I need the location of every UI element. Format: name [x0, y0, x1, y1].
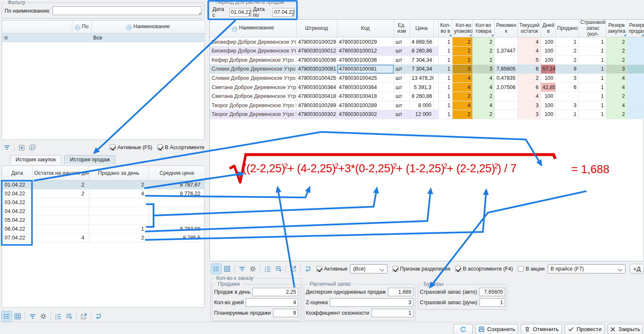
product-cell[interactable]: 1 [578, 65, 606, 74]
history-row[interactable]: 07.04.22428 785,5 [2, 233, 205, 242]
product-cell[interactable]: Сливки Доброе Деревенское Утро [210, 74, 296, 83]
promo-checkbox-row[interactable]: В акции [518, 266, 544, 272]
product-cell[interactable] [627, 37, 644, 47]
product-cell[interactable]: Творог Доброе Деревенское Утро 5 [210, 110, 296, 119]
product-cell[interactable]: 1 [438, 92, 452, 101]
promo-checkbox[interactable] [518, 266, 524, 272]
products-header-col12[interactable]: Продано [555, 20, 578, 37]
tree-row-all[interactable]: ⊕ Все [2, 33, 205, 42]
product-cell[interactable]: 7 304,34 [410, 65, 433, 74]
product-cell[interactable]: 3 [517, 101, 541, 110]
product-cell[interactable]: Биокефир Доброе Деревенское Утр [210, 37, 296, 47]
product-cell[interactable]: шт [394, 83, 410, 92]
product-cell[interactable]: 1 [578, 92, 606, 101]
active-scope-select[interactable]: (Все) [350, 264, 387, 274]
product-cell[interactable]: 4780030100425 [296, 74, 337, 83]
product-cell[interactable] [555, 92, 578, 101]
filter-icon[interactable] [2, 142, 12, 153]
history-cell[interactable]: 01.04.22 [2, 180, 32, 189]
price-list-select[interactable]: В прайсе (F7) [548, 264, 626, 274]
add-list-icon[interactable] [64, 311, 74, 321]
history-cell[interactable]: 1 [89, 224, 148, 233]
product-cell[interactable]: 3 [555, 101, 578, 110]
product-cell[interactable]: 8 260,86 [410, 46, 433, 55]
product-cell[interactable]: 2,07506 [494, 83, 517, 92]
product-cell[interactable]: 4 [606, 74, 627, 83]
product-cell[interactable]: 1 [438, 55, 452, 65]
product-cell[interactable]: шт [394, 92, 410, 101]
product-cell[interactable]: 6 [517, 83, 541, 92]
history-header-open-stock[interactable]: Остаток на начало дня [32, 166, 89, 180]
product-cell[interactable]: 3 [452, 65, 472, 74]
product-cell[interactable] [433, 110, 438, 119]
product-cell[interactable]: Сметана Доброе Деревенское Утро [210, 83, 296, 92]
product-cell[interactable] [433, 55, 438, 65]
post-button[interactable]: Провести [564, 324, 605, 334]
history-cell[interactable]: 06.04.22 [2, 224, 32, 233]
product-cell[interactable]: 4780030100029 [296, 37, 337, 47]
add-list-icon[interactable] [273, 264, 284, 274]
product-cell[interactable]: шт [394, 55, 410, 65]
product-cell[interactable]: 4780030100418 [296, 92, 337, 101]
history-row[interactable]: 04.04.22 [2, 207, 205, 216]
product-cell[interactable]: 2 [472, 46, 494, 55]
product-cell[interactable]: 7 304,34 [410, 55, 433, 65]
product-cell[interactable] [494, 37, 517, 47]
product-cell[interactable]: 4780030100289 [296, 101, 337, 110]
product-cell[interactable] [494, 92, 517, 101]
product-cell[interactable]: 7,65605 [494, 65, 517, 74]
split-checkbox[interactable] [392, 266, 398, 272]
product-cell[interactable]: 100 [541, 37, 555, 47]
product-cell[interactable]: 4780030100029 [337, 37, 394, 47]
product-cell[interactable]: 2 [452, 37, 472, 47]
product-cell[interactable]: Сметана Доброе Деревенское Утро [210, 92, 296, 101]
product-cell[interactable]: 1 [438, 37, 452, 47]
field-input[interactable]: 2,25 [252, 288, 298, 296]
product-cell[interactable] [627, 65, 644, 74]
product-cell[interactable]: шт [394, 65, 410, 74]
products-header-col9[interactable]: Рекомен к [494, 20, 517, 37]
product-cell[interactable]: шт [394, 37, 410, 47]
product-cell[interactable]: 9 [555, 65, 578, 74]
product-cell[interactable]: 4 [517, 92, 541, 101]
numbered-list-icon[interactable]: 123 [262, 264, 273, 274]
product-cell[interactable]: 4 869,56 [410, 37, 433, 47]
product-cell[interactable] [433, 74, 438, 83]
assortment-f4-checkbox[interactable] [455, 266, 461, 272]
product-cell[interactable]: Кефир Доброе Деревенское Утро 1 [210, 55, 296, 65]
product-cell[interactable]: 4 [517, 37, 541, 47]
product-cell[interactable]: 4780030100364 [296, 83, 337, 92]
open-external-icon[interactable] [288, 264, 298, 274]
loop-return-icon[interactable] [93, 311, 103, 321]
product-cell[interactable] [627, 46, 644, 55]
tree-header-blank[interactable] [2, 21, 72, 33]
product-cell[interactable]: 2 [606, 92, 627, 101]
history-cell[interactable]: 04.04.22 [2, 207, 32, 216]
product-cell[interactable]: 1 [578, 37, 606, 47]
product-cell[interactable]: 1 [438, 110, 452, 119]
product-cell[interactable]: 2 [606, 37, 627, 47]
history-header-avg-price[interactable]: Средняя цена [148, 166, 205, 180]
product-cell[interactable]: 2 [606, 110, 627, 119]
save-button[interactable]: Сохранить [475, 324, 518, 334]
product-cell[interactable]: 1 [438, 65, 452, 74]
field-input[interactable]: 9 [273, 309, 298, 317]
product-cell[interactable] [627, 55, 644, 65]
product-cell[interactable]: 0,47835 [494, 74, 517, 83]
product-row[interactable]: Творог Доброе Деревенское Утро 547800301… [210, 101, 644, 110]
settings-gear-icon[interactable] [38, 311, 48, 321]
product-cell[interactable]: 1 [578, 83, 606, 92]
product-cell[interactable]: 4780030100425 [337, 74, 394, 83]
product-cell[interactable] [433, 83, 438, 92]
product-cell[interactable]: 4 [472, 101, 494, 110]
product-cell[interactable]: 4780030100081 [337, 65, 394, 74]
history-cell[interactable]: 07.04.22 [2, 233, 32, 242]
history-row[interactable]: 05.04.22 [2, 216, 205, 224]
products-header-col11[interactable]: Дней в [541, 20, 555, 37]
product-row[interactable]: Сметана Доброе Деревенское Утро478003010… [210, 92, 644, 101]
product-cell[interactable] [433, 37, 438, 47]
product-cell[interactable] [494, 101, 517, 110]
product-cell[interactable]: 5 [517, 55, 541, 65]
product-cell[interactable]: 1 [578, 101, 606, 110]
history-cell[interactable]: 4 [32, 233, 89, 242]
